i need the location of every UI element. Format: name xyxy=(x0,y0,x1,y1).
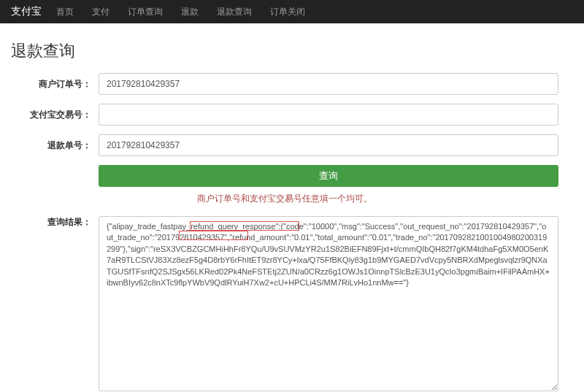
navbar-brand[interactable]: 支付宝 xyxy=(11,5,42,18)
nav-order-close[interactable]: 订单关闭 xyxy=(270,6,305,18)
nav-order-query[interactable]: 订单查询 xyxy=(128,6,163,18)
page-title: 退款查询 xyxy=(11,40,558,62)
nav-pay[interactable]: 支付 xyxy=(92,6,110,18)
merchant-order-input[interactable] xyxy=(99,73,558,95)
row-submit: 查询 xyxy=(99,165,558,187)
result-textarea[interactable] xyxy=(99,216,558,391)
nav-home[interactable]: 首页 xyxy=(56,6,74,18)
refund-order-input[interactable] xyxy=(99,134,558,156)
main-container: 退款查询 商户订单号： 支付宝交易号： 退款单号： 查询 商户订单号和支付宝交易… xyxy=(0,23,569,392)
nav-refund-query[interactable]: 退款查询 xyxy=(217,6,252,18)
navbar: 支付宝 首页 支付 订单查询 退款 退款查询 订单关闭 xyxy=(0,0,584,23)
hint-text: 商户订单号和支付宝交易号任意填一个均可。 xyxy=(11,193,558,205)
alipay-trade-label: 支付宝交易号： xyxy=(11,109,99,121)
result-label: 查询结果： xyxy=(11,216,99,228)
submit-button[interactable]: 查询 xyxy=(99,165,558,187)
row-alipay-trade: 支付宝交易号： xyxy=(11,104,558,126)
row-merchant-order: 商户订单号： xyxy=(11,73,558,95)
row-result: 查询结果： Json格式化 xyxy=(11,216,558,392)
nav-refund[interactable]: 退款 xyxy=(181,6,199,18)
row-refund-order: 退款单号： xyxy=(11,134,558,156)
merchant-order-label: 商户订单号： xyxy=(11,78,99,91)
alipay-trade-input[interactable] xyxy=(99,104,558,126)
refund-order-label: 退款单号： xyxy=(11,139,99,152)
